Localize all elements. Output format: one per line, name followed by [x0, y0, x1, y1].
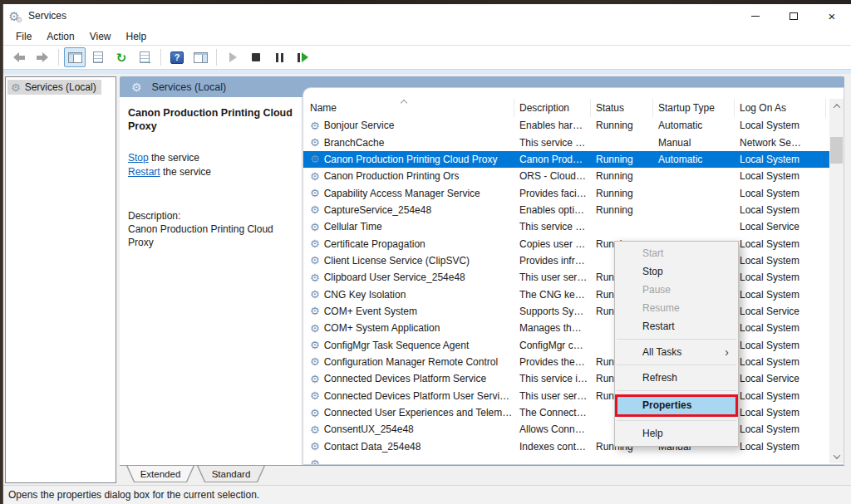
tab-extended[interactable]: Extended — [126, 466, 194, 482]
table-row[interactable]: ⚙Connected User Experiences and Telem…Th… — [303, 404, 829, 421]
table-row[interactable]: ⚙BranchCacheThis service …ManualNetwork … — [303, 134, 829, 150]
cell-description: The CNG ke… — [514, 289, 591, 301]
cell-description: Manages th… — [514, 322, 591, 334]
cell-log-on-as: Local System — [735, 390, 826, 402]
menu-item-label: All Tasks — [642, 346, 681, 358]
column-header-status[interactable]: Status — [591, 99, 653, 117]
show-console-tree-button[interactable] — [64, 47, 86, 67]
start-service-button[interactable] — [222, 47, 243, 67]
close-button[interactable]: × — [813, 4, 851, 27]
cell-name: ⚙Connected Devices Platform Service — [303, 373, 514, 384]
cell-log-on-as: Local System — [735, 272, 826, 283]
cell-log-on-as: Local System — [735, 322, 826, 334]
cell-text: CNG Key Isolation — [324, 289, 406, 301]
cell-log-on-as: Local System — [735, 441, 826, 453]
restart-service-link[interactable]: Restart — [128, 166, 160, 178]
table-row[interactable]: ⚙COM+ System ApplicationManages th…Local… — [303, 320, 829, 336]
context-menu-item-pause[interactable]: Pause — [615, 281, 738, 299]
context-menu-item-properties[interactable]: Properties — [615, 394, 738, 417]
scroll-down-button[interactable] — [829, 449, 844, 463]
table-row[interactable]: ⚙Canon Production Printing OrsORS - Clou… — [303, 168, 829, 184]
table-row[interactable]: ⚙Client License Service (ClipSVC)Provide… — [303, 252, 829, 269]
table-row[interactable]: ⚙CaptureService_254e48Enables opti…Runni… — [303, 202, 829, 218]
properties-button[interactable] — [87, 47, 109, 67]
service-gear-icon: ⚙ — [310, 323, 320, 334]
column-header-startup-type[interactable]: Startup Type — [653, 99, 735, 117]
context-menu-item-stop[interactable]: Stop — [615, 262, 738, 281]
cell-text: Local System — [740, 170, 799, 182]
stop-service-link[interactable]: Stop — [128, 152, 149, 164]
show-action-pane-button[interactable] — [189, 47, 211, 67]
context-menu-item-all-tasks[interactable]: All Tasks› — [615, 343, 738, 361]
table-row[interactable]: ⚙Cellular TimeThis service …Local Servic… — [303, 218, 829, 235]
cell-text: Running — [596, 188, 633, 199]
table-row[interactable]: ⚙ConfigMgr Task Sequence AgentConfigMgr … — [303, 336, 829, 353]
cell-description: Canon Prod… — [514, 154, 591, 165]
cell-text: Supports Sy… — [519, 306, 583, 317]
table-row[interactable]: ⚙Connected Devices Platform User Servi…T… — [303, 388, 829, 404]
vertical-scrollbar[interactable] — [829, 99, 844, 463]
refresh-button[interactable]: ↻ — [111, 47, 132, 67]
back-button[interactable] — [8, 47, 30, 67]
service-gear-icon: ⚙ — [310, 154, 320, 164]
back-icon — [13, 52, 25, 62]
tab-standard[interactable]: Standard — [197, 466, 265, 482]
scrollbar-thumb[interactable] — [830, 137, 843, 164]
table-row[interactable]: ⚙COM+ Event SystemSupports Sy…RunningLoc… — [303, 303, 829, 320]
cell-log-on-as: Local System — [735, 407, 826, 418]
table-row[interactable]: ⚙Configuration Manager Remote ControlPro… — [303, 354, 829, 370]
cell-description: Provides faci… — [514, 188, 591, 199]
table-row[interactable]: ⚙Connected Devices Platform ServiceThis … — [303, 370, 829, 387]
table-row[interactable]: ⚙Contact Data_254e48Indexes cont…Running… — [303, 438, 829, 455]
main-area: ⚙ Services (Local) ⚙ Services (Local) Ca… — [3, 74, 851, 485]
table-row[interactable]: ⚙ConsentUX_254e48Allows Conn…ManualLocal… — [303, 421, 829, 438]
cell-name: ⚙ConsentUX_254e48 — [303, 423, 514, 435]
column-header-log-on-as[interactable]: Log On As — [735, 99, 826, 117]
cell-text: ConsentUX_254e48 — [324, 423, 414, 435]
menu-bar: FileActionViewHelp — [3, 27, 851, 46]
help-button[interactable]: ? — [166, 47, 188, 67]
forward-button[interactable] — [32, 47, 53, 67]
context-menu-item-restart[interactable]: Restart — [615, 317, 738, 335]
stop-service-button[interactable] — [245, 47, 267, 67]
context-menu-item-refresh[interactable]: Refresh — [615, 369, 738, 387]
context-menu-item-help[interactable]: Help — [615, 424, 738, 443]
cell-text: ConfigMgr c… — [519, 340, 583, 351]
cell-text: Enables har… — [519, 120, 583, 131]
cell-log-on-as: Local System — [735, 255, 826, 267]
table-row[interactable]: ⚙Bonjour ServiceEnables har…RunningAutom… — [303, 117, 829, 134]
service-gear-icon: ⚙ — [310, 441, 320, 452]
table-row[interactable]: ⚙Canon Production Printing Cloud ProxyCa… — [303, 151, 829, 168]
help-icon: ? — [170, 51, 184, 64]
menu-help[interactable]: Help — [119, 28, 155, 45]
pause-service-button[interactable] — [268, 47, 290, 67]
cell-log-on-as: Local Service — [735, 221, 826, 232]
minimize-button[interactable] — [736, 4, 775, 27]
table-row[interactable]: ⚙Capability Access Manager ServiceProvid… — [303, 184, 829, 201]
table-row-partial[interactable]: ⚙ — [303, 455, 829, 464]
menu-action[interactable]: Action — [39, 28, 81, 45]
column-header-description[interactable]: Description — [514, 99, 591, 117]
scroll-up-button[interactable] — [829, 99, 844, 113]
cell-text: Canon Production Printing Ors — [324, 170, 460, 182]
table-row[interactable]: ⚙CNG Key IsolationThe CNG ke…RunningLoca… — [303, 286, 829, 302]
context-menu-item-start[interactable]: Start — [615, 244, 738, 262]
table-row[interactable]: ⚙Certificate PropagationCopies user …Run… — [303, 235, 829, 252]
restart-service-button[interactable] — [292, 47, 313, 67]
export-list-button[interactable] — [134, 47, 155, 67]
chevron-down-icon — [833, 452, 839, 458]
menu-view[interactable]: View — [82, 28, 119, 45]
service-gear-icon: ⚙ — [310, 424, 320, 435]
column-header-name[interactable]: Name — [303, 99, 514, 117]
table-row[interactable]: ⚙Clipboard User Service_254e48This user … — [303, 269, 829, 286]
cell-name: ⚙Connected User Experiences and Telem… — [303, 407, 514, 418]
toolbar: ↻? — [3, 46, 851, 70]
maximize-button[interactable] — [775, 4, 813, 27]
cell-text: Capability Access Manager Service — [324, 188, 480, 199]
tree-item-services-local[interactable]: ⚙ Services (Local) — [7, 80, 101, 95]
context-menu-item-resume[interactable]: Resume — [615, 299, 738, 317]
cell-text: This user ser… — [519, 390, 587, 402]
extended-description-pane: Canon Production Printing Cloud Proxy St… — [120, 97, 301, 465]
menu-file[interactable]: File — [8, 28, 39, 45]
service-gear-icon: ⚙ — [310, 408, 320, 418]
